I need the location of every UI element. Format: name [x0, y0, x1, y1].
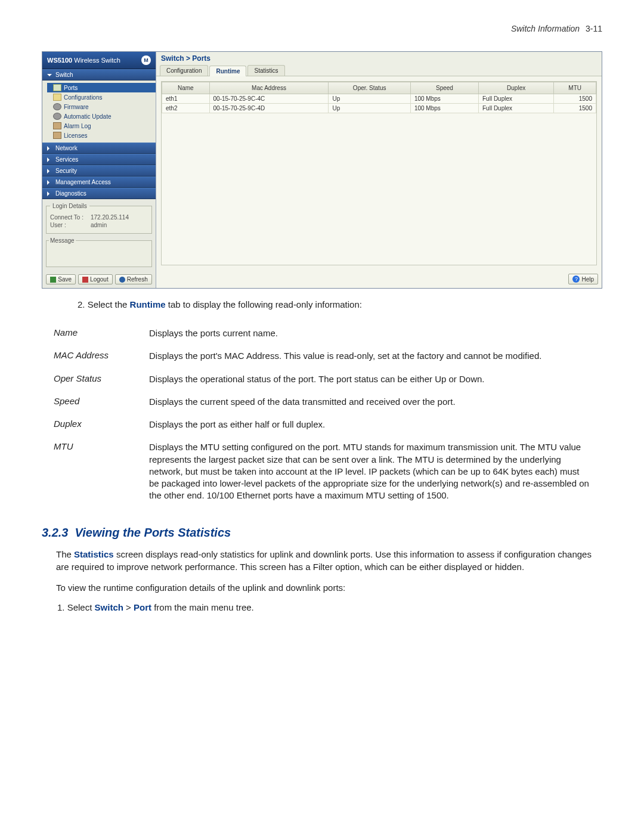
- brand-name: WS5100 Wireless Switch: [47, 57, 120, 64]
- cell-oper: Up: [329, 104, 410, 113]
- logout-button[interactable]: Logout: [78, 274, 113, 284]
- sidebar-item-ports[interactable]: Ports: [47, 83, 156, 92]
- cell-speed: 100 Mbps: [410, 94, 478, 104]
- brand-bar: WS5100 Wireless Switch M: [42, 52, 156, 69]
- definition-desc: Displays the ports current name.: [149, 327, 590, 339]
- definition-term: Oper Status: [54, 373, 131, 383]
- tab-runtime[interactable]: Runtime: [209, 66, 246, 76]
- nav-group-services[interactable]: Services: [42, 154, 156, 165]
- sidebar-item-licenses[interactable]: Licenses: [47, 131, 156, 140]
- caret-right-icon: [47, 191, 52, 196]
- cell-speed: 100 Mbps: [410, 104, 478, 113]
- definition-desc: Displays the MTU setting configured on t…: [149, 441, 590, 501]
- definition-desc: Displays the port's MAC Address. This va…: [149, 350, 590, 362]
- cell-mtu: 1500: [554, 104, 596, 113]
- section-para-1: The Statistics screen displays read-only…: [56, 548, 602, 573]
- content-panel: NameMac AddressOper. StatusSpeedDuplexMT…: [161, 81, 597, 265]
- nav-group-label: Security: [55, 168, 77, 174]
- nav-tree: PortsConfigurationsFirmwareAutomatic Upd…: [42, 80, 156, 143]
- save-label: Save: [58, 276, 72, 283]
- nav-group-label: Network: [55, 145, 78, 151]
- definition-term: Speed: [54, 396, 131, 406]
- help-label: Help: [581, 276, 594, 283]
- login-connect-v: 172.20.25.114: [91, 214, 129, 221]
- instruction-step-2: 2. Select the Runtime tab to display the…: [78, 299, 602, 309]
- sidebar-item-label: Alarm Log: [64, 123, 91, 129]
- caret-right-icon: [47, 157, 52, 162]
- definition-row: DuplexDisplays the port as either half o…: [54, 419, 590, 431]
- definition-row: NameDisplays the ports current name.: [54, 327, 590, 339]
- caret-right-icon: [47, 169, 52, 174]
- sidebar: WS5100 Wireless Switch M Switch PortsCon…: [42, 52, 156, 288]
- gear-icon: [53, 113, 61, 120]
- sidebar-item-label: Licenses: [64, 132, 87, 139]
- definitions-list: NameDisplays the ports current name.MAC …: [54, 327, 590, 502]
- caret-right-icon: [47, 146, 52, 151]
- col-duplex[interactable]: Duplex: [478, 82, 553, 94]
- definition-row: Oper StatusDisplays the operational stat…: [54, 373, 590, 385]
- cell-name: eth2: [162, 104, 210, 113]
- sidebar-item-firmware[interactable]: Firmware: [47, 102, 156, 112]
- definition-desc: Displays the port as either half or full…: [149, 419, 590, 431]
- sidebar-item-label: Configurations: [64, 94, 102, 101]
- message-legend: Message: [49, 237, 76, 244]
- col-speed[interactable]: Speed: [410, 82, 478, 94]
- cell-mac: 00-15-70-25-9C-4D: [209, 104, 329, 113]
- help-button[interactable]: ?Help: [568, 274, 598, 284]
- definition-desc: Displays the current speed of the data t…: [149, 396, 590, 408]
- login-user-k: User :: [50, 222, 87, 228]
- section-para-2: To view the runtime configuration detail…: [56, 581, 602, 594]
- nav-group-label: Diagnostics: [55, 190, 86, 197]
- tab-statistics[interactable]: Statistics: [247, 65, 284, 76]
- sidebar-item-automatic-update[interactable]: Automatic Update: [47, 112, 156, 121]
- app-window: WS5100 Wireless Switch M Switch PortsCon…: [42, 51, 602, 289]
- nav-group-switch[interactable]: Switch: [42, 69, 156, 80]
- help-icon: ?: [572, 275, 580, 283]
- definition-row: MTUDisplays the MTU setting configured o…: [54, 441, 590, 501]
- sidebar-item-alarm-log[interactable]: Alarm Log: [47, 121, 156, 131]
- tab-configuration[interactable]: Configuration: [160, 65, 208, 76]
- cell-duplex: Full Duplex: [478, 104, 553, 113]
- nav-group-network[interactable]: Network: [42, 143, 156, 154]
- message-box: Message: [46, 237, 152, 267]
- col-mac-address[interactable]: Mac Address: [209, 82, 329, 94]
- nav-group-diagnostics[interactable]: Diagnostics: [42, 188, 156, 199]
- cell-mtu: 1500: [554, 94, 596, 104]
- login-user-v: admin: [91, 222, 107, 228]
- login-connect-k: Connect To :: [50, 214, 87, 221]
- sidebar-item-label: Firmware: [64, 104, 89, 110]
- folder-icon: [53, 94, 61, 101]
- sidebar-item-label: Ports: [64, 85, 78, 91]
- definition-term: MTU: [54, 441, 131, 451]
- login-details: Login Details Connect To :172.20.25.114 …: [46, 203, 152, 234]
- refresh-icon: [119, 277, 125, 283]
- disk-icon: [53, 132, 61, 139]
- caret-right-icon: [47, 180, 52, 185]
- col-name[interactable]: Name: [162, 82, 210, 94]
- tab-bar: ConfigurationRuntimeStatistics: [156, 65, 602, 76]
- sidebar-item-configurations[interactable]: Configurations: [47, 92, 156, 102]
- step-1: 1. Select Switch > Port from the main me…: [69, 602, 602, 612]
- definition-term: Name: [54, 327, 131, 337]
- nav-group-management-access[interactable]: Management Access: [42, 176, 156, 188]
- save-button[interactable]: Save: [46, 274, 76, 284]
- breadcrumb: Switch > Ports: [156, 52, 602, 65]
- table-row[interactable]: eth100-15-70-25-9C-4CUp100 MbpsFull Dupl…: [162, 94, 596, 104]
- section-heading: 3.2.3 Viewing the Ports Statistics: [42, 526, 602, 540]
- sidebar-item-label: Automatic Update: [64, 113, 112, 120]
- table-row[interactable]: eth200-15-70-25-9C-4DUp100 MbpsFull Dupl…: [162, 104, 596, 113]
- page-header: Switch Information 3-11: [42, 24, 602, 33]
- refresh-button[interactable]: Refresh: [115, 274, 152, 284]
- brand-logo-icon: M: [141, 55, 151, 65]
- col-oper-status[interactable]: Oper. Status: [329, 82, 410, 94]
- login-legend: Login Details: [50, 203, 89, 209]
- cell-name: eth1: [162, 94, 210, 104]
- nav-group-label: Services: [55, 156, 78, 163]
- caret-down-icon: [47, 74, 52, 76]
- col-mtu[interactable]: MTU: [554, 82, 596, 94]
- nav-group-security[interactable]: Security: [42, 165, 156, 176]
- disk-icon: [53, 122, 61, 129]
- refresh-label: Refresh: [127, 276, 148, 283]
- main-panel: Switch > Ports ConfigurationRuntimeStati…: [156, 52, 602, 288]
- save-icon: [50, 277, 56, 283]
